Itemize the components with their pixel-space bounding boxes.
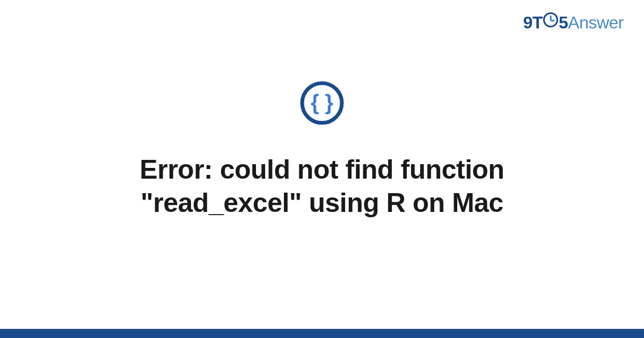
main-content: { } Error: could not find function "read… — [0, 0, 644, 338]
page-title: Error: could not find function "read_exc… — [80, 153, 564, 220]
svg-text:{ }: { } — [311, 91, 333, 114]
footer-accent-bar — [0, 329, 644, 338]
code-braces-icon: { } — [300, 81, 344, 127]
